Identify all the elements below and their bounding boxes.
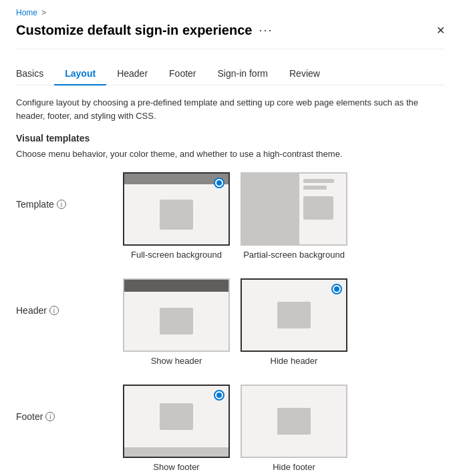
footer-cards: Show footer Hide footer [123,385,347,472]
visual-templates-description: Choose menu behavior, your color theme, … [16,149,445,159]
template-full-label: Full-screen background [131,250,222,260]
template-partial-screen-box[interactable] [241,172,347,246]
page-container: Home > Customize default sign-in experie… [0,0,461,476]
breadcrumb-separator: > [41,8,46,17]
template-full-radio[interactable] [214,178,224,188]
preview-header-bar [124,280,228,292]
preview-right-content [303,196,333,220]
header-divider [16,49,445,49]
preview-center-box [160,200,193,230]
tab-basics[interactable]: Basics [16,63,54,85]
header-info-icon[interactable]: i [49,306,59,315]
footer-info-icon[interactable]: i [45,412,55,421]
preview-footer-bar [124,447,228,457]
hide-footer-preview [242,386,346,457]
template-partial-label: Partial-screen background [243,250,345,260]
page-title: Customize default sign-in experience [16,23,252,38]
layout-description: Configure layout by choosing a pre-defin… [16,96,445,122]
preview-no-header-content [277,302,311,328]
hide-header-box[interactable] [241,278,347,352]
show-footer-preview [124,386,228,457]
hide-header-radio[interactable] [331,284,342,294]
hide-footer-label: Hide footer [273,462,315,472]
template-partial-preview [242,174,346,244]
show-header-label: Show header [151,356,202,366]
preview-header-content [160,308,193,334]
tab-layout[interactable]: Layout [54,63,106,85]
header-section-label: Header i [16,278,123,316]
show-footer-radio[interactable] [214,390,224,401]
template-full-screen-card[interactable]: Full-screen background [123,172,230,260]
template-partial-screen-card[interactable]: Partial-screen background [241,172,347,260]
preview-right-panel [299,174,346,244]
show-header-box[interactable] [123,278,230,352]
show-footer-card[interactable]: Show footer [123,385,230,472]
hide-footer-card[interactable]: Hide footer [241,385,347,472]
hide-header-label: Hide header [271,356,318,366]
footer-section-label: Footer i [16,385,123,422]
template-full-screen-box[interactable] [123,172,230,246]
preview-left-bg [242,174,299,244]
breadcrumb-home[interactable]: Home [16,8,37,17]
more-options-icon[interactable]: ··· [259,23,273,37]
template-info-icon[interactable]: i [57,200,66,209]
tab-header[interactable]: Header [106,63,158,85]
show-footer-label: Show footer [153,462,199,472]
preview-footer-content [160,403,193,430]
tab-bar: Basics Layout Header Footer Sign-in form… [16,63,445,85]
template-cards: Full-screen background Partial-screen ba… [123,172,347,260]
preview-no-header-body [242,280,346,350]
tab-footer[interactable]: Footer [158,63,206,85]
footer-option-group: Footer i Show footer [16,385,445,472]
preview-no-footer-content [277,408,311,435]
show-header-preview [124,280,228,350]
preview-header-body [124,292,228,350]
visual-templates-title: Visual templates [16,133,445,144]
hide-header-preview [242,280,346,350]
page-header: Customize default sign-in experience ···… [16,23,445,38]
page-header-left: Customize default sign-in experience ··· [16,23,273,38]
tab-review[interactable]: Review [279,63,331,85]
preview-no-footer-body [242,386,346,457]
header-cards: Show header Hide header [123,278,347,366]
template-full-preview [124,174,228,244]
template-label: Template i [16,172,123,210]
preview-right-bar1 [303,179,335,183]
hide-header-card[interactable]: Hide header [241,278,347,366]
preview-content [124,184,228,244]
tab-sign-in-form[interactable]: Sign-in form [207,63,279,85]
breadcrumb: Home > [16,8,445,17]
close-icon[interactable]: ✕ [436,24,445,37]
hide-footer-box[interactable] [241,385,347,458]
show-header-card[interactable]: Show header [123,278,230,366]
show-footer-box[interactable] [123,385,230,458]
preview-footer-body [124,386,228,447]
preview-right-bar2 [303,186,327,190]
header-option-group: Header i Show header [16,278,445,366]
preview-top-bar [124,174,228,184]
template-option-group: Template i Full-screen background [16,172,445,260]
